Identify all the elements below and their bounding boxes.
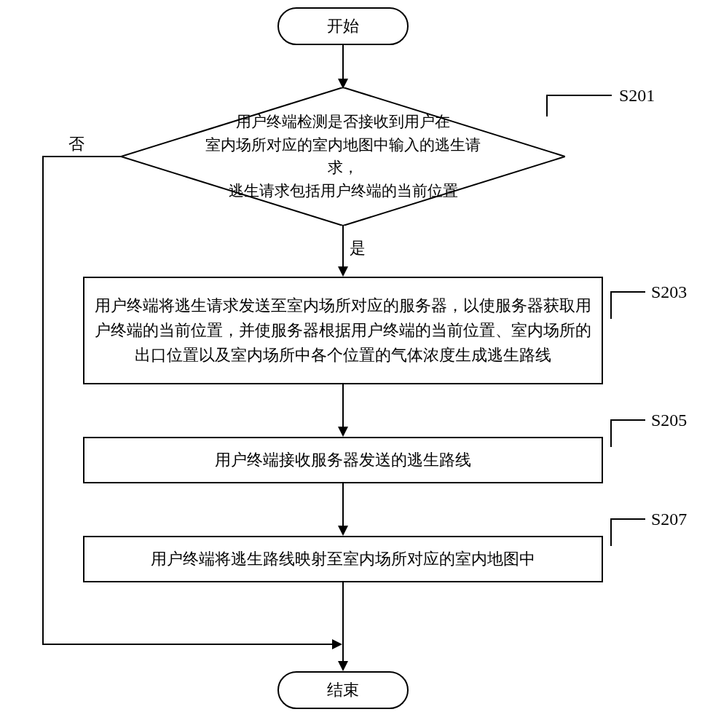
flow-end: 结束 [277,671,409,709]
callout-line [610,291,612,319]
arrowhead-icon [338,427,348,437]
flow-decision: 用户终端检测是否接收到用户在 室内场所对应的室内地图中输入的逃生请求， 逃生请求… [121,87,565,226]
yes-label: 是 [350,237,366,259]
arrowhead-icon [338,661,348,671]
connector-no [42,644,334,645]
step-label-s201: S201 [619,86,655,106]
callout-line [546,95,612,96]
s205-text: 用户终端接收服务器发送的逃生路线 [215,448,471,472]
callout-line [610,419,645,421]
flow-start: 开始 [277,7,409,45]
flow-step-s203: 用户终端将逃生请求发送至室内场所对应的服务器，以使服务器获取用户终端的当前位置，… [83,277,603,384]
flow-step-s207: 用户终端将逃生路线映射至室内场所对应的室内地图中 [83,536,603,582]
connector-no [42,156,44,645]
arrowhead-icon [338,526,348,536]
step-label-s205: S205 [651,411,687,430]
connector [342,582,344,662]
end-label: 结束 [327,679,359,701]
arrowhead-icon [332,639,342,649]
connector [342,483,344,527]
s207-text: 用户终端将逃生路线映射至室内场所对应的室内地图中 [151,547,535,571]
callout-line [610,518,645,520]
connector [342,384,344,428]
callout-line [610,518,612,546]
connector [342,45,344,80]
no-label: 否 [68,133,84,155]
callout-line [610,291,645,293]
step-label-s203: S203 [651,282,687,302]
step-label-s207: S207 [651,510,687,529]
connector-no [42,156,121,157]
connector-yes [342,226,344,268]
start-label: 开始 [327,15,359,37]
s203-text: 用户终端将逃生请求发送至室内场所对应的服务器，以使服务器获取用户终端的当前位置，… [93,293,593,368]
decision-text: 用户终端检测是否接收到用户在 室内场所对应的室内地图中输入的逃生请求， 逃生请求… [192,111,495,202]
callout-line [546,95,548,116]
arrowhead-icon [338,266,348,277]
flow-step-s205: 用户终端接收服务器发送的逃生路线 [83,437,603,483]
callout-line [610,419,612,447]
